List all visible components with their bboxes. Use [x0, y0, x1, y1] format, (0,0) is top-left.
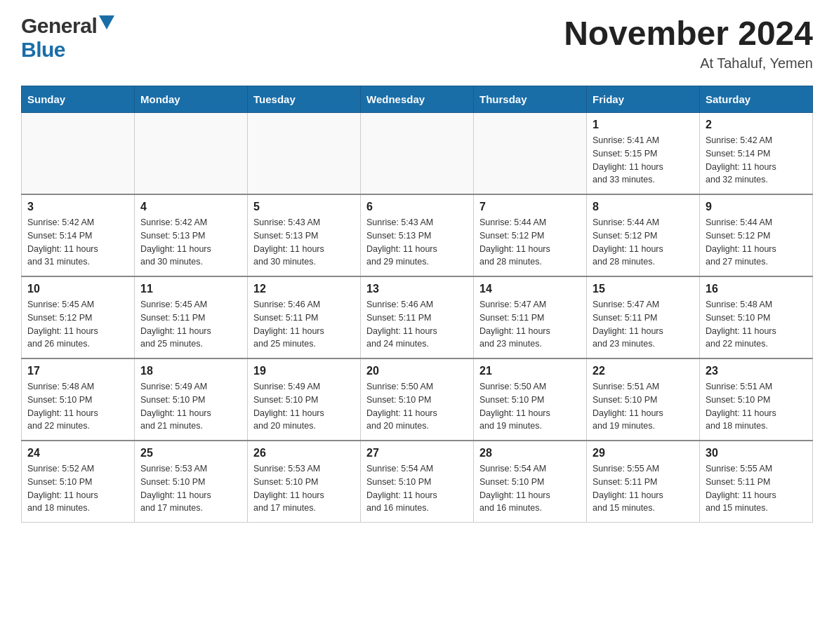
day-number: 3: [27, 201, 128, 213]
day-number: 6: [366, 201, 468, 213]
day-number: 12: [253, 283, 355, 295]
calendar-week-row: 3Sunrise: 5:42 AM Sunset: 5:14 PM Daylig…: [22, 194, 813, 276]
calendar-cell: 4Sunrise: 5:42 AM Sunset: 5:13 PM Daylig…: [135, 194, 248, 276]
day-info: Sunrise: 5:55 AM Sunset: 5:11 PM Dayligh…: [593, 462, 694, 515]
day-of-week-header: Sunday: [22, 86, 135, 113]
day-info: Sunrise: 5:50 AM Sunset: 5:10 PM Dayligh…: [366, 380, 468, 433]
day-of-week-header: Monday: [135, 86, 248, 113]
day-number: 18: [140, 365, 241, 377]
day-info: Sunrise: 5:49 AM Sunset: 5:10 PM Dayligh…: [140, 380, 241, 433]
day-info: Sunrise: 5:45 AM Sunset: 5:11 PM Dayligh…: [140, 298, 241, 351]
calendar-cell: 3Sunrise: 5:42 AM Sunset: 5:14 PM Daylig…: [22, 194, 135, 276]
day-info: Sunrise: 5:54 AM Sunset: 5:10 PM Dayligh…: [479, 462, 581, 515]
day-info: Sunrise: 5:45 AM Sunset: 5:12 PM Dayligh…: [27, 298, 128, 351]
day-info: Sunrise: 5:50 AM Sunset: 5:10 PM Dayligh…: [479, 380, 581, 433]
calendar-cell: 7Sunrise: 5:44 AM Sunset: 5:12 PM Daylig…: [474, 194, 587, 276]
day-number: 2: [706, 119, 807, 131]
day-of-week-header: Friday: [587, 86, 700, 113]
calendar-cell: 17Sunrise: 5:48 AM Sunset: 5:10 PM Dayli…: [22, 358, 135, 441]
day-info: Sunrise: 5:42 AM Sunset: 5:13 PM Dayligh…: [140, 216, 241, 269]
day-number: 10: [27, 283, 128, 295]
day-info: Sunrise: 5:48 AM Sunset: 5:10 PM Dayligh…: [706, 298, 807, 351]
day-number: 26: [253, 447, 355, 459]
calendar-cell: 1Sunrise: 5:41 AM Sunset: 5:15 PM Daylig…: [587, 113, 700, 195]
calendar-cell: [474, 113, 587, 195]
day-info: Sunrise: 5:49 AM Sunset: 5:10 PM Dayligh…: [253, 380, 355, 433]
page-header: General Blue November 2024 At Tahaluf, Y…: [21, 14, 813, 72]
day-info: Sunrise: 5:41 AM Sunset: 5:15 PM Dayligh…: [593, 134, 694, 187]
calendar-week-row: 17Sunrise: 5:48 AM Sunset: 5:10 PM Dayli…: [22, 358, 813, 441]
day-info: Sunrise: 5:44 AM Sunset: 5:12 PM Dayligh…: [593, 216, 694, 269]
calendar-cell: 14Sunrise: 5:47 AM Sunset: 5:11 PM Dayli…: [474, 276, 587, 358]
calendar-cell: 26Sunrise: 5:53 AM Sunset: 5:10 PM Dayli…: [248, 441, 361, 523]
logo: General Blue: [21, 14, 114, 62]
day-number: 30: [706, 447, 807, 459]
calendar-cell: 21Sunrise: 5:50 AM Sunset: 5:10 PM Dayli…: [474, 358, 587, 441]
calendar-cell: 16Sunrise: 5:48 AM Sunset: 5:10 PM Dayli…: [700, 276, 813, 358]
day-info: Sunrise: 5:44 AM Sunset: 5:12 PM Dayligh…: [706, 216, 807, 269]
calendar-cell: 10Sunrise: 5:45 AM Sunset: 5:12 PM Dayli…: [22, 276, 135, 358]
day-number: 24: [27, 447, 128, 459]
day-info: Sunrise: 5:44 AM Sunset: 5:12 PM Dayligh…: [479, 216, 581, 269]
logo-arrow-icon: [99, 15, 114, 32]
calendar-cell: [248, 113, 361, 195]
day-info: Sunrise: 5:43 AM Sunset: 5:13 PM Dayligh…: [253, 216, 355, 269]
day-number: 13: [366, 283, 468, 295]
calendar-cell: 13Sunrise: 5:46 AM Sunset: 5:11 PM Dayli…: [361, 276, 474, 358]
day-of-week-header: Saturday: [700, 86, 813, 113]
calendar-cell: 24Sunrise: 5:52 AM Sunset: 5:10 PM Dayli…: [22, 441, 135, 523]
calendar-cell: 6Sunrise: 5:43 AM Sunset: 5:13 PM Daylig…: [361, 194, 474, 276]
logo-blue-text: Blue: [21, 38, 65, 62]
calendar-cell: 30Sunrise: 5:55 AM Sunset: 5:11 PM Dayli…: [700, 441, 813, 523]
day-info: Sunrise: 5:46 AM Sunset: 5:11 PM Dayligh…: [253, 298, 355, 351]
day-info: Sunrise: 5:51 AM Sunset: 5:10 PM Dayligh…: [593, 380, 694, 433]
day-number: 23: [706, 365, 807, 377]
calendar-cell: 2Sunrise: 5:42 AM Sunset: 5:14 PM Daylig…: [700, 113, 813, 195]
day-number: 29: [593, 447, 694, 459]
day-number: 5: [253, 201, 355, 213]
day-info: Sunrise: 5:47 AM Sunset: 5:11 PM Dayligh…: [593, 298, 694, 351]
calendar-cell: 8Sunrise: 5:44 AM Sunset: 5:12 PM Daylig…: [587, 194, 700, 276]
calendar-cell: 29Sunrise: 5:55 AM Sunset: 5:11 PM Dayli…: [587, 441, 700, 523]
calendar-week-row: 1Sunrise: 5:41 AM Sunset: 5:15 PM Daylig…: [22, 113, 813, 195]
day-number: 9: [706, 201, 807, 213]
calendar-table: SundayMondayTuesdayWednesdayThursdayFrid…: [21, 86, 813, 523]
day-of-week-header: Wednesday: [361, 86, 474, 113]
calendar-cell: 5Sunrise: 5:43 AM Sunset: 5:13 PM Daylig…: [248, 194, 361, 276]
day-number: 8: [593, 201, 694, 213]
calendar-cell: 18Sunrise: 5:49 AM Sunset: 5:10 PM Dayli…: [135, 358, 248, 441]
calendar-week-row: 10Sunrise: 5:45 AM Sunset: 5:12 PM Dayli…: [22, 276, 813, 358]
calendar-cell: [361, 113, 474, 195]
calendar-cell: 28Sunrise: 5:54 AM Sunset: 5:10 PM Dayli…: [474, 441, 587, 523]
calendar-cell: 11Sunrise: 5:45 AM Sunset: 5:11 PM Dayli…: [135, 276, 248, 358]
day-number: 16: [706, 283, 807, 295]
day-number: 4: [140, 201, 241, 213]
day-number: 25: [140, 447, 241, 459]
day-info: Sunrise: 5:55 AM Sunset: 5:11 PM Dayligh…: [706, 462, 807, 515]
calendar-cell: 22Sunrise: 5:51 AM Sunset: 5:10 PM Dayli…: [587, 358, 700, 441]
day-number: 7: [479, 201, 581, 213]
day-info: Sunrise: 5:46 AM Sunset: 5:11 PM Dayligh…: [366, 298, 468, 351]
day-info: Sunrise: 5:54 AM Sunset: 5:10 PM Dayligh…: [366, 462, 468, 515]
calendar-cell: 23Sunrise: 5:51 AM Sunset: 5:10 PM Dayli…: [700, 358, 813, 441]
calendar-week-row: 24Sunrise: 5:52 AM Sunset: 5:10 PM Dayli…: [22, 441, 813, 523]
logo-general-text: General: [21, 14, 97, 38]
day-info: Sunrise: 5:53 AM Sunset: 5:10 PM Dayligh…: [253, 462, 355, 515]
day-number: 20: [366, 365, 468, 377]
day-info: Sunrise: 5:42 AM Sunset: 5:14 PM Dayligh…: [706, 134, 807, 187]
day-number: 27: [366, 447, 468, 459]
day-of-week-header: Thursday: [474, 86, 587, 113]
day-info: Sunrise: 5:51 AM Sunset: 5:10 PM Dayligh…: [706, 380, 807, 433]
calendar-cell: [22, 113, 135, 195]
day-number: 22: [593, 365, 694, 377]
calendar-cell: 25Sunrise: 5:53 AM Sunset: 5:10 PM Dayli…: [135, 441, 248, 523]
day-info: Sunrise: 5:43 AM Sunset: 5:13 PM Dayligh…: [366, 216, 468, 269]
calendar-cell: 20Sunrise: 5:50 AM Sunset: 5:10 PM Dayli…: [361, 358, 474, 441]
day-number: 11: [140, 283, 241, 295]
calendar-header-row: SundayMondayTuesdayWednesdayThursdayFrid…: [22, 86, 813, 113]
day-info: Sunrise: 5:52 AM Sunset: 5:10 PM Dayligh…: [27, 462, 128, 515]
day-number: 15: [593, 283, 694, 295]
day-info: Sunrise: 5:48 AM Sunset: 5:10 PM Dayligh…: [27, 380, 128, 433]
day-number: 14: [479, 283, 581, 295]
calendar-cell: [135, 113, 248, 195]
